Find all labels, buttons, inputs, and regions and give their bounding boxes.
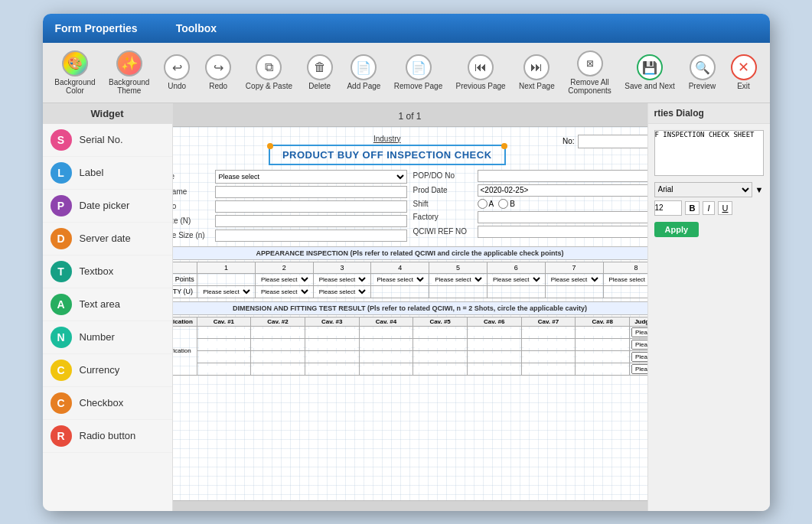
shift-a-label[interactable]: A bbox=[478, 199, 494, 209]
sidebar-item-serial-no[interactable]: S Serial No. bbox=[43, 124, 172, 157]
previous-page-button[interactable]: ⏮ Previous Page bbox=[452, 51, 510, 93]
dim-input-r4c5[interactable] bbox=[415, 366, 465, 373]
dim-input-r3c5[interactable] bbox=[415, 353, 465, 360]
dim-input-r1c6[interactable] bbox=[469, 329, 520, 336]
cp-select-3[interactable]: Please select bbox=[316, 275, 369, 284]
ng-select-1[interactable]: Please select bbox=[200, 288, 253, 296]
judgment-header: Judgment bbox=[630, 317, 647, 326]
sidebar-item-label[interactable]: L Label bbox=[43, 157, 172, 190]
delete-button[interactable]: 🗑 Delete bbox=[302, 51, 338, 93]
dim-input-r4c1[interactable] bbox=[199, 366, 249, 373]
prod-date-input[interactable] bbox=[478, 184, 647, 197]
remove-page-button[interactable]: 📄 Remove Page bbox=[390, 51, 447, 93]
dim-input-r3c1[interactable] bbox=[199, 353, 249, 360]
cp-select-7[interactable]: Please select bbox=[548, 275, 601, 284]
cp-select-8[interactable]: Please select ▼ bbox=[606, 275, 647, 284]
italic-button[interactable]: I bbox=[703, 201, 714, 215]
dim-input-r1c2[interactable] bbox=[253, 329, 303, 336]
dim-input-r3c4[interactable] bbox=[361, 353, 412, 360]
font-select[interactable]: Arial bbox=[654, 182, 752, 197]
cp-select-6[interactable]: Please select bbox=[490, 275, 543, 284]
exit-button[interactable]: ✕ Exit bbox=[726, 51, 762, 93]
sidebar-item-currency[interactable]: C Currency bbox=[43, 354, 172, 387]
part-no-input[interactable] bbox=[215, 200, 407, 213]
font-size-input[interactable] bbox=[654, 200, 682, 216]
ng-select-3[interactable]: Please select bbox=[316, 288, 369, 296]
dim-input-r2c5[interactable] bbox=[415, 341, 465, 348]
dim-input-r1c3[interactable] bbox=[307, 329, 357, 336]
properties-textarea[interactable]: F INSPECTION CHECK SHEET bbox=[654, 130, 764, 176]
undo-icon: ↩ bbox=[164, 54, 190, 80]
dim-input-r1c8[interactable] bbox=[577, 329, 628, 336]
dim-input-r3c3[interactable] bbox=[307, 353, 357, 360]
dim-input-r2c4[interactable] bbox=[361, 341, 412, 348]
next-page-button[interactable]: ⏭ Next Page bbox=[514, 51, 559, 93]
sidebar-item-server-date[interactable]: D Server date bbox=[43, 223, 172, 255]
dim-input-r3c8[interactable] bbox=[577, 353, 628, 360]
sidebar-item-textbox[interactable]: T Textbox bbox=[43, 255, 172, 288]
undo-button[interactable]: ↩ Undo bbox=[158, 51, 195, 93]
shift-b-label[interactable]: B bbox=[498, 199, 515, 209]
dim-input-r4c2[interactable] bbox=[253, 366, 303, 373]
preview-button[interactable]: 🔍 Preview bbox=[684, 51, 721, 93]
dim-input-r1c7[interactable] bbox=[523, 329, 574, 336]
remove-all-button[interactable]: ⊠ Remove AllComponents bbox=[563, 47, 615, 98]
form-title-text: PRODUCT BUY OFF INSPECTION CHECK bbox=[282, 149, 492, 161]
shift-a-radio[interactable] bbox=[478, 199, 488, 209]
background-color-button[interactable]: 🎨 BackgroundColor bbox=[51, 47, 100, 98]
dim-input-r1c4[interactable] bbox=[361, 329, 412, 336]
dim-input-r4c6[interactable] bbox=[469, 366, 520, 373]
cp-select-2[interactable]: Please select bbox=[258, 275, 311, 284]
dim-input-r2c7[interactable] bbox=[523, 341, 574, 348]
dim-input-r4c3[interactable] bbox=[307, 366, 357, 373]
dim-input-r2c3[interactable] bbox=[307, 341, 357, 348]
sidebar-item-radio-button[interactable]: R Radio button bbox=[43, 420, 172, 453]
pop-do-input[interactable] bbox=[478, 170, 647, 182]
redo-button[interactable]: ↪ Redo bbox=[200, 51, 236, 93]
judgment-select-r4[interactable]: Pleas ▼ bbox=[631, 364, 647, 374]
dim-input-r2c1[interactable] bbox=[199, 341, 249, 348]
dim-input-r3c6[interactable] bbox=[469, 353, 520, 360]
qciwi-input[interactable] bbox=[478, 226, 647, 238]
dim-input-r3c7[interactable] bbox=[523, 353, 574, 360]
cp-select-5[interactable]: Please select bbox=[432, 275, 484, 284]
dim-input-r4c7[interactable] bbox=[523, 366, 574, 373]
appearance-table: 1 2 3 4 5 6 7 8 Check Points bbox=[173, 262, 647, 298]
judgment-select-r1[interactable]: Pleas ▼ bbox=[631, 327, 647, 337]
sidebar-item-checkbox[interactable]: C Checkbox bbox=[43, 387, 172, 420]
sidebar-item-text-area[interactable]: A Text area bbox=[43, 288, 172, 321]
dim-input-r4c4[interactable] bbox=[361, 366, 412, 373]
next-page-label: Next Page bbox=[519, 82, 555, 90]
save-next-button[interactable]: 💾 Save and Next bbox=[621, 51, 680, 93]
dim-input-r2c2[interactable] bbox=[253, 341, 303, 348]
sidebar-item-date-picker[interactable]: P Date picker bbox=[43, 190, 172, 223]
dim-input-r3c2[interactable] bbox=[253, 353, 303, 360]
source-select[interactable]: Please select bbox=[215, 170, 407, 184]
judgment-r3: Pleas ▼ bbox=[630, 350, 647, 363]
sidebar-item-number[interactable]: N Number bbox=[43, 321, 172, 354]
judgment-select-r2[interactable]: Pleas ▼ bbox=[631, 340, 647, 350]
part-name-input[interactable] bbox=[215, 186, 407, 198]
dim-input-r1c5[interactable] bbox=[415, 329, 465, 336]
no-input[interactable] bbox=[578, 135, 647, 148]
lot-size-input[interactable] bbox=[215, 215, 407, 227]
dim-input-r2c6[interactable] bbox=[469, 341, 520, 348]
dim-input-r4c8[interactable] bbox=[577, 366, 628, 373]
dim-input-r1c1[interactable] bbox=[199, 329, 249, 336]
apply-button[interactable]: Apply bbox=[654, 222, 699, 237]
copy-paste-button[interactable]: ⧉ Copy & Paste bbox=[241, 51, 297, 93]
ng-select-2[interactable]: Please select bbox=[258, 288, 311, 296]
cp-1 bbox=[197, 273, 256, 285]
judgment-select-r3[interactable]: Pleas ▼ bbox=[631, 352, 647, 362]
dim-input-r2c8[interactable] bbox=[577, 341, 628, 348]
underline-button[interactable]: U bbox=[718, 201, 733, 215]
form-title-box[interactable]: PRODUCT BUY OFF INSPECTION CHECK bbox=[269, 145, 506, 165]
sample-size-input[interactable] bbox=[215, 229, 407, 242]
bold-button[interactable]: B bbox=[685, 201, 700, 215]
background-theme-button[interactable]: ✨ BackgroundTheme bbox=[104, 47, 154, 98]
add-page-button[interactable]: 📄 Add Page bbox=[343, 51, 385, 93]
shift-b-radio[interactable] bbox=[498, 199, 508, 209]
cp-select-4[interactable]: Please select bbox=[373, 275, 426, 284]
remove-all-label: Remove AllComponents bbox=[568, 78, 611, 95]
factory-input[interactable] bbox=[478, 211, 647, 223]
